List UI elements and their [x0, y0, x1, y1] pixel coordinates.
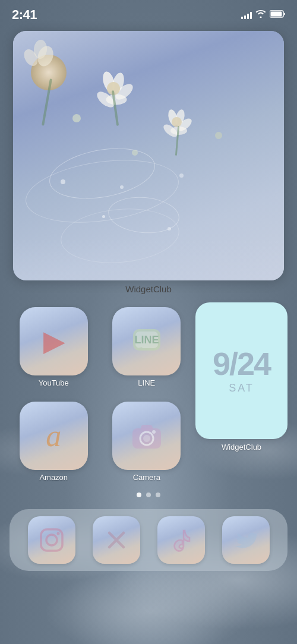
droplet-5 — [168, 227, 171, 231]
app-cell-line[interactable]: LINE LINE — [103, 302, 191, 392]
twitter-bird-symbol — [232, 528, 260, 552]
app-cell-youtube[interactable]: ▶ YouTube — [10, 302, 98, 392]
page-dot-1 — [137, 493, 141, 497]
water-reflection — [13, 239, 284, 280]
line-symbol: LINE — [131, 327, 163, 356]
svg-point-12 — [56, 532, 59, 535]
page-dot-2 — [146, 493, 151, 497]
dock-twitter-icon[interactable] — [222, 516, 270, 564]
amazon-icon[interactable]: a — [20, 402, 88, 470]
bud-2 — [132, 150, 138, 156]
droplet-4 — [102, 215, 105, 218]
svg-text:LINE: LINE — [134, 334, 159, 346]
app-cell-amazon[interactable]: a Amazon — [10, 397, 98, 487]
widgetclub-calendar-label: WidgetClub — [222, 443, 261, 452]
app-cell-camera[interactable]: Camera — [103, 397, 191, 487]
dock — [10, 509, 287, 571]
status-icons — [241, 10, 285, 20]
line-label: LINE — [138, 378, 155, 387]
svg-point-11 — [46, 535, 57, 545]
youtube-icon[interactable]: ▶ — [20, 307, 88, 375]
calendar-cell[interactable]: 9/24 SAT WidgetClub — [195, 302, 287, 487]
droplet-2 — [120, 185, 124, 189]
svg-rect-1 — [271, 12, 282, 17]
line-icon[interactable]: LINE — [112, 307, 181, 375]
x-symbol — [105, 528, 128, 552]
camera-symbol — [130, 421, 163, 451]
youtube-symbol: ▶ — [43, 326, 64, 356]
svg-point-8 — [143, 435, 150, 442]
dock-tiktok-icon[interactable] — [157, 516, 205, 564]
camera-label: Camera — [133, 473, 160, 482]
camera-icon[interactable] — [112, 402, 181, 470]
widget-club-label: WidgetClub — [0, 284, 297, 294]
signal-icon — [241, 11, 252, 19]
tiktok-symbol — [169, 527, 193, 553]
svg-rect-6 — [141, 425, 153, 431]
status-bar: 2:41 — [0, 0, 297, 25]
droplet-3 — [179, 173, 184, 178]
page-dots — [0, 493, 297, 497]
instagram-symbol — [39, 527, 65, 553]
status-time: 2:41 — [12, 7, 37, 23]
widget-photo-inner — [13, 31, 284, 280]
dock-instagram-icon[interactable] — [28, 516, 75, 564]
amazon-label: Amazon — [39, 473, 68, 482]
main-app-grid: ▶ YouTube LINE LINE — [0, 302, 297, 487]
calendar-widget[interactable]: 9/24 SAT — [195, 302, 287, 439]
battery-icon — [270, 10, 285, 20]
calendar-date: 9/24 — [213, 348, 270, 380]
youtube-label: YouTube — [39, 378, 69, 387]
dock-x-icon[interactable] — [93, 516, 140, 564]
droplet-1 — [61, 179, 65, 184]
bud-3 — [215, 132, 222, 139]
apps-2x2: ▶ YouTube LINE LINE — [10, 302, 191, 487]
bud-1 — [72, 114, 81, 122]
amazon-symbol: a — [46, 418, 61, 453]
svg-point-9 — [152, 430, 156, 434]
page-dot-3 — [156, 493, 160, 497]
wifi-icon — [255, 10, 266, 20]
calendar-day: SAT — [229, 382, 254, 394]
large-widget[interactable] — [13, 31, 284, 280]
